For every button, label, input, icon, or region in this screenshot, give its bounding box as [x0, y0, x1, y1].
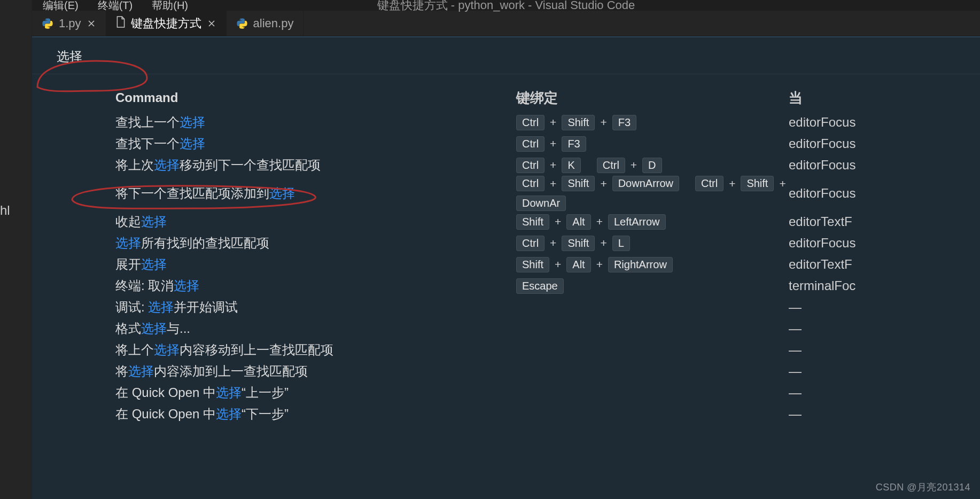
key-separator: +	[549, 159, 557, 171]
command-cell: 调试: 选择并开始调试	[57, 298, 516, 317]
key-cap: RightArrow	[608, 257, 673, 272]
key-separator: +	[595, 215, 604, 228]
command-text: 在 Quick Open 中	[115, 407, 216, 421]
table-row[interactable]: 查找下一个选择Ctrl+F3editorFocus	[32, 133, 980, 154]
key-cap: K	[562, 158, 580, 173]
command-text: 查找下一个	[115, 136, 180, 151]
when-cell: —	[789, 342, 980, 357]
highlight-match: 选择	[180, 136, 205, 151]
keybinding-cell: Ctrl+F3	[516, 136, 789, 152]
highlight-match: 选择	[269, 186, 295, 200]
key-separator: +	[549, 137, 557, 150]
highlight-match: 选择	[180, 115, 205, 129]
table-row[interactable]: 将下一个查找匹配项添加到选择Ctrl+Shift+DownArrowCtrl+S…	[32, 176, 980, 211]
tab-键盘快捷方式[interactable]: 键盘快捷方式	[106, 11, 227, 36]
highlight-match: 选择	[141, 257, 167, 271]
key-separator: +	[554, 258, 562, 271]
command-cell: 查找下一个选择	[57, 134, 516, 153]
side-bar: hl	[0, 0, 32, 499]
highlight-match: 选择	[115, 236, 141, 250]
key-cap: D	[642, 158, 662, 173]
key-cap: DownAr	[516, 196, 566, 211]
table-row[interactable]: 在 Quick Open 中选择“下一步”—	[32, 403, 980, 425]
highlight-match: 选择	[141, 214, 167, 229]
keybinding-cell: Shift+Alt+LeftArrow	[516, 214, 789, 230]
when-cell: editorFocus	[789, 186, 980, 201]
when-cell: —	[789, 385, 980, 400]
editor-tabs: 1.py键盘快捷方式alien.py	[32, 11, 980, 36]
highlight-match: 选择	[174, 278, 199, 293]
command-text: 所有找到的查找匹配项	[141, 236, 269, 250]
command-text: 内容添加到上一查找匹配项	[154, 364, 308, 378]
key-cap: Alt	[566, 257, 590, 272]
key-separator: +	[595, 258, 604, 271]
command-cell: 在 Quick Open 中选择“上一步”	[57, 383, 516, 402]
key-cap: Shift	[562, 115, 595, 130]
command-text: 并开始调试	[174, 300, 238, 314]
command-text: 将	[115, 364, 128, 378]
table-row[interactable]: 将选择内容添加到上一查找匹配项—	[32, 361, 980, 382]
command-text: 展开	[115, 257, 141, 271]
when-cell: editorFocus	[789, 115, 980, 130]
when-cell: editorFocus	[789, 158, 980, 173]
menu-terminal[interactable]: 终端(T)	[98, 0, 133, 13]
watermark-text: CSDN @月亮201314	[876, 481, 970, 494]
close-icon[interactable]	[87, 19, 96, 28]
command-text: 调试:	[115, 300, 148, 314]
search-input[interactable]	[57, 46, 121, 67]
command-cell: 将上个选择内容移动到上一查找匹配项	[57, 340, 516, 360]
when-cell: terminalFoc	[789, 278, 980, 293]
key-cap: F3	[562, 136, 586, 152]
tab-alien.py[interactable]: alien.py	[227, 11, 304, 36]
keybinding-cell: Escape	[516, 278, 789, 294]
command-cell: 展开选择	[57, 255, 516, 274]
key-cap: Ctrl	[516, 158, 545, 173]
table-row[interactable]: 选择所有找到的查找匹配项Ctrl+Shift+LeditorFocus	[32, 232, 980, 254]
key-separator: +	[778, 177, 787, 190]
table-row[interactable]: 在 Quick Open 中选择“上一步”—	[32, 382, 980, 403]
python-icon	[236, 18, 248, 29]
table-row[interactable]: 查找上一个选择Ctrl+Shift+F3editorFocus	[32, 112, 980, 133]
table-row[interactable]: 将上个选择内容移动到上一查找匹配项—	[32, 339, 980, 361]
sidebar-truncated-text: hl	[0, 203, 10, 218]
command-text: 与...	[167, 321, 190, 336]
when-cell: —	[789, 321, 980, 336]
header-when[interactable]: 当	[789, 89, 980, 107]
command-text: 查找上一个	[115, 115, 180, 129]
menu-help[interactable]: 帮助(H)	[152, 0, 188, 13]
table-row[interactable]: 展开选择Shift+Alt+RightArroweditorTextF	[32, 254, 980, 275]
tab-label: 键盘快捷方式	[131, 15, 201, 32]
menu-edit[interactable]: 编辑(E)	[43, 0, 79, 13]
command-cell: 将下一个查找匹配项添加到选择	[57, 184, 516, 203]
keyboard-shortcuts-editor: Command 键绑定 当 查找上一个选择Ctrl+Shift+F3editor…	[32, 36, 980, 499]
key-cap: Ctrl	[597, 158, 625, 173]
python-icon	[42, 18, 53, 29]
command-text: “上一步”	[242, 385, 289, 400]
key-cap: LeftArrow	[608, 214, 666, 230]
key-cap: DownArrow	[612, 176, 679, 191]
keybinding-cell: Ctrl+KCtrl+D	[516, 158, 789, 173]
keybinding-cell: Ctrl+Shift+F3	[516, 115, 789, 130]
key-cap: Ctrl	[516, 236, 545, 251]
close-icon[interactable]	[207, 19, 216, 28]
when-cell: editorTextF	[789, 214, 980, 229]
highlight-match: 选择	[141, 321, 167, 336]
table-row[interactable]: 收起选择Shift+Alt+LeftArroweditorTextF	[32, 211, 980, 232]
key-separator: +	[549, 116, 557, 129]
header-keybinding[interactable]: 键绑定	[516, 89, 789, 107]
command-text: 移动到下一个查找匹配项	[180, 158, 321, 172]
header-command[interactable]: Command	[57, 89, 516, 106]
tab-label: alien.py	[253, 17, 294, 30]
table-row[interactable]: 格式选择与...—	[32, 318, 980, 339]
key-cap: F3	[612, 115, 636, 130]
when-cell: editorTextF	[789, 257, 980, 272]
table-row[interactable]: 调试: 选择并开始调试—	[32, 297, 980, 318]
table-header: Command 键绑定 当	[32, 87, 980, 108]
table-row[interactable]: 终端: 取消选择EscapeterminalFoc	[32, 275, 980, 297]
key-separator: +	[629, 159, 638, 171]
when-cell: —	[789, 407, 980, 422]
key-cap: Shift	[562, 176, 595, 191]
tab-1.py[interactable]: 1.py	[32, 11, 106, 36]
table-row[interactable]: 将上次选择移动到下一个查找匹配项Ctrl+KCtrl+DeditorFocus	[32, 154, 980, 176]
search-bar	[32, 37, 980, 74]
